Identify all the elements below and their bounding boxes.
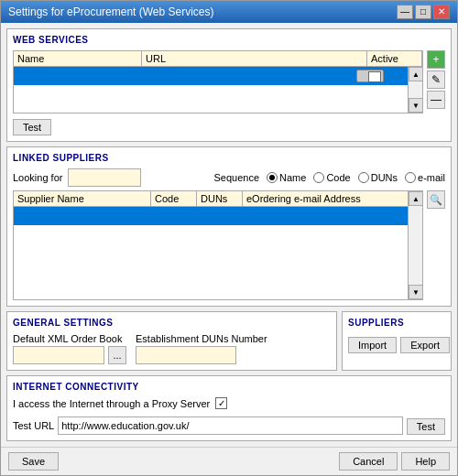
web-services-section: WEB SERVICES Name URL Active (6, 28, 452, 142)
ws-table: Name URL Active (13, 50, 423, 114)
internet-connectivity-section: INTERNET CONNECTIVITY I access the Inter… (6, 375, 452, 441)
suppliers-right-title: SUPPLIERS (348, 318, 445, 328)
ws-table-body: ▲ ▼ (14, 67, 422, 113)
proxy-checkmark: ✓ (218, 398, 225, 408)
est-duns-label: Establishment DUNs Number (136, 333, 267, 344)
import-button[interactable]: Import (348, 337, 397, 353)
radio-duns-label: DUNs (371, 172, 398, 183)
edit-ws-button[interactable]: ✎ (427, 70, 445, 89)
ws-col-url-header: URL (142, 51, 367, 66)
close-button[interactable]: ✕ (433, 5, 450, 19)
ws-table-wrap: Name URL Active (13, 50, 423, 114)
radio-code-label: Code (326, 172, 350, 183)
xml-browse-button[interactable]: ... (108, 346, 126, 364)
radio-name-circle (267, 172, 278, 183)
scroll-down-arrow[interactable]: ▼ (409, 98, 423, 113)
general-fields-row: Default XML Order Book ... Establishment… (13, 333, 331, 364)
scroll-track (409, 81, 422, 98)
proxy-label: I access the Internet through a Proxy Se… (13, 398, 210, 409)
sup-scroll-up[interactable]: ▲ (409, 191, 423, 206)
footer: Save Cancel Help (1, 447, 457, 475)
radio-duns[interactable]: DUNs (358, 172, 398, 183)
sequence-label: Sequence (214, 172, 260, 183)
suppliers-right-section: SUPPLIERS Import Export (342, 311, 452, 371)
sequence-group: Sequence Name Code DUNs (214, 172, 445, 183)
radio-email[interactable]: e-mail (405, 172, 445, 183)
title-bar: Settings for eProcurement (Web Services)… (1, 1, 457, 23)
test-url-row: Test URL Test (13, 416, 445, 435)
export-button[interactable]: Export (400, 337, 450, 353)
suppliers-body (14, 207, 422, 262)
radio-code[interactable]: Code (313, 172, 350, 183)
sup-selected-row[interactable] (14, 207, 422, 225)
footer-left: Save (8, 452, 59, 471)
main-content: WEB SERVICES Name URL Active (1, 23, 457, 447)
web-services-title: WEB SERVICES (13, 35, 445, 45)
save-button[interactable]: Save (8, 452, 59, 471)
ws-scrollbar: ▲ ▼ (408, 67, 422, 113)
general-settings-title: GENERAL SETTINGS (13, 318, 331, 328)
inet-test-button[interactable]: Test (407, 418, 445, 435)
sup-col-code-header: Code (151, 191, 197, 206)
maximize-button[interactable]: □ (415, 5, 431, 19)
xml-field-row: ... (13, 346, 126, 364)
import-export-btns: Import Export (348, 337, 445, 353)
active-toggle[interactable] (356, 70, 384, 82)
looking-for-input[interactable] (68, 168, 141, 187)
lf-left: Looking for (13, 168, 141, 187)
sup-scroll-track (409, 206, 422, 285)
xml-order-book-group: Default XML Order Book ... (13, 333, 126, 364)
footer-right: Cancel Help (339, 452, 450, 471)
inet-title: INTERNET CONNECTIVITY (13, 382, 445, 392)
delete-ws-button[interactable]: — (427, 91, 445, 109)
ws-wrapper: Name URL Active (13, 50, 445, 114)
scroll-up-arrow[interactable]: ▲ (409, 67, 423, 81)
linked-suppliers-title: LINKED SUPPLIERS (13, 153, 445, 163)
test-url-input[interactable] (58, 416, 403, 435)
suppliers-header: Supplier Name Code DUNs eOrdering e-mail… (14, 191, 422, 207)
cancel-button[interactable]: Cancel (339, 452, 398, 471)
sup-scrollbar: ▲ ▼ (408, 191, 422, 299)
looking-for-row: Looking for Sequence Name Code (13, 168, 445, 187)
sup-col-name-header: Supplier Name (14, 191, 151, 206)
proxy-row: I access the Internet through a Proxy Se… (13, 397, 445, 409)
radio-email-label: e-mail (418, 172, 445, 183)
radio-duns-circle (358, 172, 369, 183)
minimize-button[interactable]: — (397, 5, 413, 19)
xml-order-book-label: Default XML Order Book (13, 333, 126, 344)
settings-window: Settings for eProcurement (Web Services)… (0, 0, 458, 476)
general-settings-section: GENERAL SETTINGS Default XML Order Book … (6, 311, 337, 371)
est-duns-input[interactable] (136, 346, 236, 364)
radio-code-circle (313, 172, 324, 183)
suppliers-table-wrap: Supplier Name Code DUNs eOrdering e-mail… (13, 190, 445, 300)
radio-email-circle (405, 172, 416, 183)
radio-name[interactable]: Name (267, 172, 306, 183)
sup-col-duns-header: DUNs (197, 191, 243, 206)
radio-name-label: Name (279, 172, 306, 183)
linked-suppliers-section: LINKED SUPPLIERS Looking for Sequence Na… (6, 146, 452, 307)
title-bar-buttons: — □ ✕ (397, 5, 450, 19)
ws-row-active (353, 68, 408, 84)
help-button[interactable]: Help (401, 452, 450, 471)
xml-order-book-input[interactable] (13, 346, 104, 364)
ws-selected-row[interactable] (14, 67, 408, 85)
ws-actions: + ✎ — (427, 50, 445, 109)
add-ws-button[interactable]: + (427, 50, 445, 69)
est-duns-group: Establishment DUNs Number (136, 333, 267, 364)
sup-col-email-header: eOrdering e-mail Address (243, 191, 422, 206)
supplier-search-button[interactable]: 🔍 (427, 190, 445, 209)
suppliers-table: Supplier Name Code DUNs eOrdering e-mail… (13, 190, 423, 300)
sup-scroll-down[interactable]: ▼ (409, 285, 423, 299)
window-title: Settings for eProcurement (Web Services) (8, 5, 214, 18)
ws-row-url (142, 74, 353, 78)
ws-col-name-header: Name (14, 51, 142, 66)
looking-for-label: Looking for (13, 172, 62, 183)
ws-row-name (14, 74, 142, 78)
est-field-row (136, 346, 267, 364)
ws-test-button[interactable]: Test (13, 119, 51, 135)
bottom-row: GENERAL SETTINGS Default XML Order Book … (6, 311, 452, 371)
proxy-checkbox[interactable]: ✓ (215, 397, 227, 409)
test-url-label: Test URL (13, 420, 54, 431)
ws-col-active-header: Active (367, 51, 422, 66)
ws-table-header: Name URL Active (14, 51, 422, 67)
